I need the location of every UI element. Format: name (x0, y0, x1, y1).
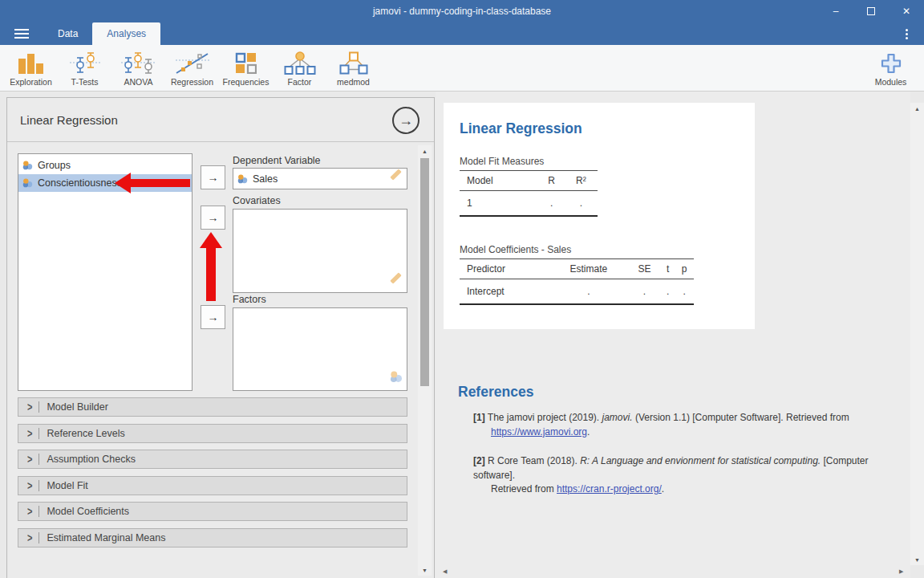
table-row: 1 . . (460, 191, 598, 217)
options-scrollbar-thumb[interactable] (420, 158, 429, 386)
main-area: Linear Regression → Groups (0, 92, 924, 578)
options-scrollbar[interactable]: ▲ ▼ (418, 145, 432, 576)
right-arrow-icon: → (208, 171, 219, 184)
t-tests-icon (70, 50, 100, 76)
results-heading: Linear Regression (460, 120, 582, 137)
nominal-variable-icon (22, 161, 33, 170)
variable-item-groups[interactable]: Groups (18, 157, 192, 174)
section-model-builder[interactable]: > Model Builder (18, 397, 407, 417)
collapse-analysis-button[interactable]: → (392, 107, 419, 134)
minimize-button[interactable]: – (818, 0, 853, 22)
annotation-arrow-covariates-button (200, 232, 222, 301)
maximize-button[interactable] (853, 0, 889, 22)
right-arrow-icon: → (208, 211, 219, 224)
menu-button[interactable] (0, 22, 43, 45)
scroll-down-icon[interactable]: ▼ (910, 554, 924, 565)
chevron-right-icon: > (27, 479, 32, 491)
dependent-variable-label: Dependent Variable (233, 155, 321, 166)
section-reference-levels[interactable]: > Reference Levels (18, 424, 407, 443)
scroll-up-icon[interactable]: ▲ (910, 103, 924, 114)
cran-r-project-link[interactable]: https://cran.r-project.org/ (557, 483, 662, 495)
transfer-to-covariates-button[interactable]: → (201, 206, 225, 230)
ribbon-item-medmod[interactable]: medmod (326, 45, 380, 91)
circle-arrow-icon: → (399, 112, 413, 129)
kebab-icon (906, 29, 908, 31)
exploration-icon (18, 50, 45, 76)
ribbon-item-factor[interactable]: Factor (273, 45, 326, 91)
section-model-fit[interactable]: > Model Fit (18, 476, 407, 495)
scroll-left-icon[interactable]: ◀ (443, 568, 447, 575)
modules-plus-icon (880, 50, 902, 76)
transfer-to-dependent-button[interactable]: → (201, 165, 225, 189)
options-body: Groups Conscientiousness → → (7, 142, 434, 577)
column-header: p (675, 259, 694, 279)
ribbon-item-modules[interactable]: Modules (864, 45, 918, 91)
medmod-icon (339, 50, 368, 76)
chevron-right-icon: > (27, 531, 32, 543)
option-sections: > Model Builder > Reference Levels > Ass… (18, 397, 407, 554)
nominal-variable-icon (22, 178, 33, 188)
regression-icon (174, 50, 211, 76)
ribbon-item-frequencies[interactable]: Frequencies (219, 45, 273, 91)
chevron-right-icon: > (27, 427, 32, 439)
continuous-ruler-icon (389, 168, 403, 185)
window-controls: – ✕ (818, 0, 924, 22)
factors-box[interactable] (233, 307, 407, 391)
column-header: Estimate (549, 259, 628, 279)
variable-item-sales[interactable]: Sales (233, 170, 407, 188)
options-title: Linear Regression (20, 113, 118, 127)
reference-item-1: [1] The jamovi project (2019). jamovi. (… (473, 411, 898, 439)
chevron-right-icon: > (27, 506, 32, 518)
chevron-right-icon: > (27, 401, 32, 413)
ribbon-item-anova[interactable]: ANOVA (111, 45, 165, 91)
scroll-up-icon[interactable]: ▲ (418, 145, 432, 157)
scroll-down-icon[interactable]: ▼ (418, 564, 432, 576)
close-icon: ✕ (902, 6, 910, 17)
table-row: Intercept . . . . (460, 279, 694, 305)
references-heading: References (458, 384, 533, 401)
ribbon-item-regression[interactable]: Regression (165, 45, 219, 91)
linear-regression-options-panel: Linear Regression → Groups (6, 97, 435, 578)
chevron-right-icon: > (27, 454, 32, 466)
model-fit-measures-table: Model R R² 1 . . (460, 170, 598, 217)
tab-analyses[interactable]: Analyses (92, 22, 160, 45)
model-coefficients-table: Predictor Estimate SE t p Intercept . . … (460, 258, 694, 305)
window-title: jamovi - dummy-coding-in-class-database (0, 6, 924, 17)
frequencies-icon (235, 50, 257, 76)
ribbon-item-exploration[interactable]: Exploration (4, 45, 58, 91)
continuous-ruler-icon (389, 271, 403, 288)
scroll-right-icon[interactable]: ▶ (899, 568, 903, 575)
close-button[interactable]: ✕ (889, 0, 924, 22)
column-header: Model (460, 171, 539, 191)
options-header: Linear Regression → (7, 98, 434, 142)
anova-icon (121, 50, 156, 76)
hamburger-icon (14, 29, 29, 31)
section-estimated-marginal-means[interactable]: > Estimated Marginal Means (18, 528, 407, 547)
title-bar: jamovi - dummy-coding-in-class-database … (0, 0, 924, 22)
column-header: Predictor (460, 259, 549, 279)
fit-table-title: Model Fit Measures (460, 156, 544, 167)
factor-icon (284, 50, 316, 76)
results-scrollbar[interactable]: ▲ ▼ (910, 103, 924, 565)
maximize-icon (867, 7, 875, 15)
section-model-coefficients[interactable]: > Model Coefficients (18, 502, 407, 521)
tab-bar: Data Analyses (0, 22, 924, 45)
dependent-variable-box[interactable]: Sales (233, 168, 407, 189)
jamovi-org-link[interactable]: https://www.jamovi.org (491, 426, 587, 438)
tab-data[interactable]: Data (43, 22, 92, 45)
transfer-to-factors-button[interactable]: → (201, 305, 225, 329)
annotation-arrow-conscientiousness (115, 173, 191, 193)
minimize-icon: – (833, 6, 839, 17)
covariates-box[interactable] (233, 209, 407, 293)
reference-item-2: [2] R Core Team (2018). R: A Language an… (473, 454, 898, 497)
analyses-ribbon: Exploration T-Tests (0, 45, 924, 92)
nominal-variable-icon (390, 371, 403, 386)
ribbon-item-t-tests[interactable]: T-Tests (58, 45, 111, 91)
results-panel: Linear Regression Model Fit Measures Mod… (436, 92, 910, 578)
column-header: t (661, 259, 675, 279)
overflow-menu-button[interactable] (895, 22, 918, 45)
covariates-label: Covariates (233, 195, 281, 206)
column-header: SE (628, 259, 661, 279)
section-assumption-checks[interactable]: > Assumption Checks (18, 450, 407, 469)
coef-table-title: Model Coefficients - Sales (460, 244, 571, 255)
